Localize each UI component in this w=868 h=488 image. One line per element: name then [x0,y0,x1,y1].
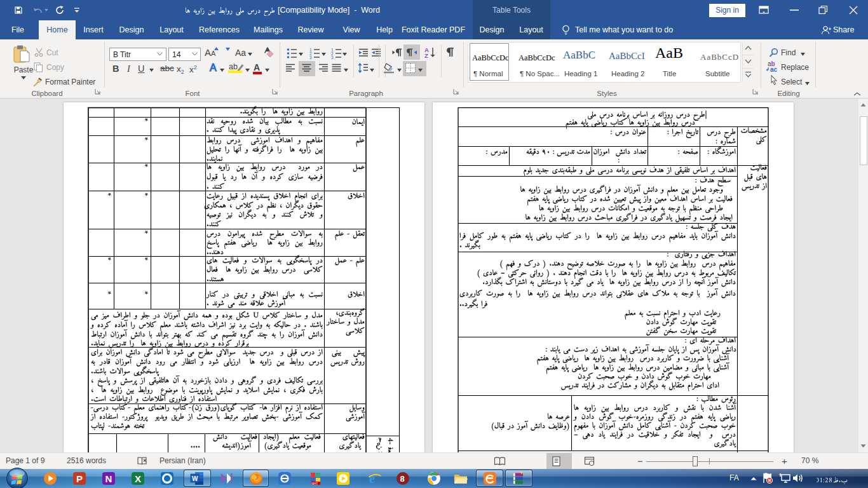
svg-text:MHT: MHT [312,482,318,485]
svg-text:X: X [135,473,141,484]
svg-text:N: N [105,473,112,484]
svg-text:Z: Z [424,52,428,58]
svg-text:e: e [369,471,375,486]
svg-text:W: W [192,475,198,482]
svg-text:8: 8 [400,474,405,484]
svg-text:3: 3 [331,55,334,60]
svg-text:3: 3 [309,55,312,60]
svg-text:P: P [76,473,83,484]
